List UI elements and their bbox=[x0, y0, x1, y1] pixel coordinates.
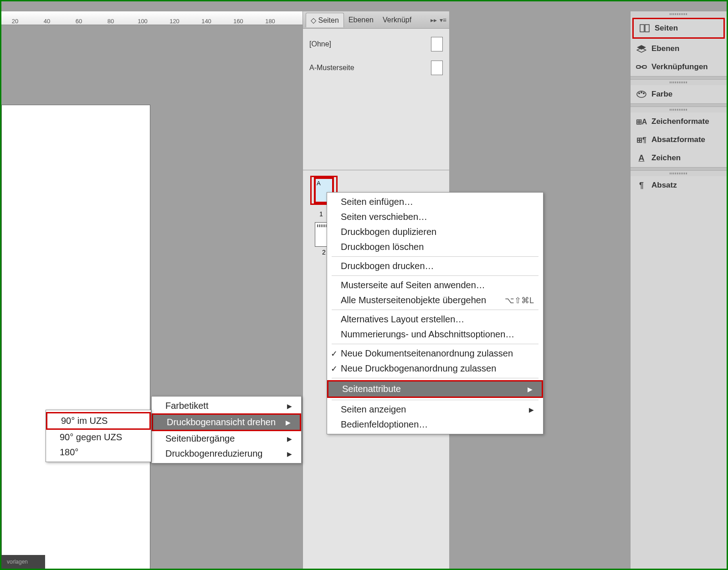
panel-separator bbox=[631, 103, 727, 107]
submenu-page-attributes: Farbetikett▶ Druckbogenansicht drehen▶ S… bbox=[151, 396, 302, 463]
menu-move-pages[interactable]: Seiten verschieben… bbox=[327, 209, 543, 224]
charstyles-icon: ⊞A bbox=[636, 117, 647, 126]
master-pages-list: [Ohne] A-Musterseite bbox=[303, 29, 449, 83]
document-page[interactable] bbox=[1, 105, 150, 569]
master-none[interactable]: [Ohne] bbox=[308, 32, 445, 56]
ruler-tick: 140 bbox=[201, 18, 211, 25]
document-canvas[interactable] bbox=[1, 25, 302, 570]
svg-rect-1 bbox=[645, 25, 649, 32]
panel-button-ebenen[interactable]: Ebenen bbox=[631, 40, 727, 58]
tab-pages[interactable]: ◇ Seiten bbox=[306, 13, 344, 27]
panel-separator bbox=[631, 167, 727, 171]
panel-button-absatz[interactable]: ¶ Absatz bbox=[631, 176, 727, 194]
panel-button-absatzformate[interactable]: ⊞¶ Absatzformate bbox=[631, 131, 727, 149]
menu-panel-options[interactable]: Bedienfeldoptionen… bbox=[327, 417, 543, 432]
menu-insert-pages[interactable]: Seiten einfügen… bbox=[327, 194, 543, 209]
ruler-tick: 180 bbox=[265, 18, 275, 25]
master-thumb-icon bbox=[431, 61, 443, 75]
menu-override-master[interactable]: Alle Musterseitenobjekte übergehen⌥⇧⌘L bbox=[327, 293, 543, 308]
tab-links[interactable]: Verknüpf bbox=[378, 13, 416, 27]
svg-marker-2 bbox=[637, 45, 646, 50]
submenu-arrow-icon: ▶ bbox=[528, 386, 533, 393]
submenu-arrow-icon: ▶ bbox=[529, 406, 534, 413]
paragraph-icon: ¶ bbox=[636, 181, 647, 190]
tab-layers[interactable]: Ebenen bbox=[344, 13, 378, 27]
panel-menu-icon[interactable]: ▾≡ bbox=[440, 16, 446, 24]
svg-point-8 bbox=[638, 92, 640, 94]
panel-button-seiten[interactable]: Seiten bbox=[632, 18, 725, 39]
menu-show-pages[interactable]: Seiten anzeigen▶ bbox=[327, 402, 543, 417]
ruler-tick: 160 bbox=[233, 18, 243, 25]
menu-separator bbox=[332, 400, 538, 400]
ruler-tick: 20 bbox=[12, 18, 18, 25]
master-a[interactable]: A-Musterseite bbox=[308, 56, 445, 80]
ruler-tick: 120 bbox=[169, 18, 179, 25]
panel-expand-icon[interactable]: ▸▸ bbox=[431, 16, 437, 24]
menu-separator bbox=[332, 256, 538, 257]
ruler-tick: 80 bbox=[108, 18, 114, 25]
submenu-arrow-icon: ▶ bbox=[287, 435, 292, 443]
menu-separator bbox=[332, 275, 538, 276]
submenu-rotate: 90° im UZS 90° gegen UZS 180° bbox=[46, 410, 151, 462]
character-icon: A bbox=[636, 153, 647, 163]
panel-gripper[interactable] bbox=[631, 80, 727, 85]
horizontal-ruler: 20406080100120140160180 bbox=[1, 11, 302, 25]
links-icon bbox=[636, 62, 647, 71]
menu-numbering[interactable]: Nummerierungs- und Abschnittsoptionen… bbox=[327, 327, 543, 342]
menu-apply-master[interactable]: Musterseite auf Seiten anwenden… bbox=[327, 278, 543, 293]
svg-point-9 bbox=[641, 92, 642, 93]
menu-separator bbox=[332, 378, 538, 378]
panel-button-zeichenformate[interactable]: ⊞A Zeichenformate bbox=[631, 112, 727, 131]
status-text: vorlagen bbox=[7, 559, 28, 565]
svg-rect-0 bbox=[640, 25, 644, 32]
menu-allow-spread-shuffle[interactable]: ✓Neue Druckbogenanordnung zulassen bbox=[327, 361, 543, 376]
menu-allow-doc-shuffle[interactable]: ✓Neue Dokumentseitenanordnung zulassen bbox=[327, 346, 543, 361]
layers-icon bbox=[636, 44, 647, 53]
submenu-arrow-icon: ▶ bbox=[287, 402, 292, 410]
ruler-tick: 60 bbox=[76, 18, 82, 25]
menu-separator bbox=[332, 344, 538, 344]
check-icon: ✓ bbox=[331, 364, 338, 374]
panel-tab-bar: ◇ Seiten Ebenen Verknüpf ▸▸ ▾≡ bbox=[303, 11, 449, 29]
panel-button-farbe[interactable]: Farbe bbox=[631, 85, 727, 103]
ruler-tick: 100 bbox=[138, 18, 148, 25]
menu-rotate-180[interactable]: 180° bbox=[46, 445, 151, 460]
master-thumb-icon bbox=[431, 37, 443, 51]
menu-rotate-90ccw[interactable]: 90° gegen UZS bbox=[46, 430, 151, 445]
panel-button-zeichen[interactable]: A Zeichen bbox=[631, 149, 727, 167]
right-panel-dock: Seiten Ebenen Verknüpfungen Farbe ⊞A Zei… bbox=[630, 11, 727, 570]
parastyles-icon: ⊞¶ bbox=[636, 135, 647, 144]
menu-rotate-90cw[interactable]: 90° im UZS bbox=[46, 412, 151, 430]
menu-page-transitions[interactable]: Seitenübergänge▶ bbox=[152, 431, 301, 446]
menu-spread-flattening[interactable]: Druckbogenreduzierung▶ bbox=[152, 446, 301, 461]
submenu-arrow-icon: ▶ bbox=[287, 450, 292, 458]
panel-separator bbox=[631, 76, 727, 80]
ruler-tick: 40 bbox=[44, 18, 50, 25]
context-menu: Seiten einfügen… Seiten verschieben… Dru… bbox=[327, 192, 543, 434]
menu-alt-layout[interactable]: Alternatives Layout erstellen… bbox=[327, 312, 543, 327]
menu-rotate-spread-view[interactable]: Druckbogenansicht drehen▶ bbox=[152, 413, 301, 431]
color-icon bbox=[636, 90, 647, 99]
status-bar: vorlagen bbox=[1, 555, 45, 569]
panel-gripper[interactable] bbox=[631, 107, 727, 112]
panel-button-verknuepfungen[interactable]: Verknüpfungen bbox=[631, 58, 727, 76]
panel-gripper[interactable] bbox=[631, 171, 727, 176]
menu-page-attributes[interactable]: Seitenattribute▶ bbox=[327, 380, 543, 398]
check-icon: ✓ bbox=[331, 349, 338, 359]
panel-controls: ▸▸ ▾≡ bbox=[431, 16, 449, 24]
svg-point-10 bbox=[643, 92, 645, 94]
menu-separator bbox=[332, 310, 538, 310]
panel-gripper[interactable] bbox=[631, 11, 727, 17]
pages-icon bbox=[639, 24, 650, 33]
menu-delete-spread[interactable]: Druckbogen löschen bbox=[327, 239, 543, 254]
menu-color-label[interactable]: Farbetikett▶ bbox=[152, 398, 301, 413]
submenu-arrow-icon: ▶ bbox=[286, 419, 291, 426]
menu-print-spread[interactable]: Druckbogen drucken… bbox=[327, 259, 543, 274]
menu-duplicate-spread[interactable]: Druckbogen duplizieren bbox=[327, 224, 543, 239]
page-number-2: 2 bbox=[322, 249, 326, 256]
